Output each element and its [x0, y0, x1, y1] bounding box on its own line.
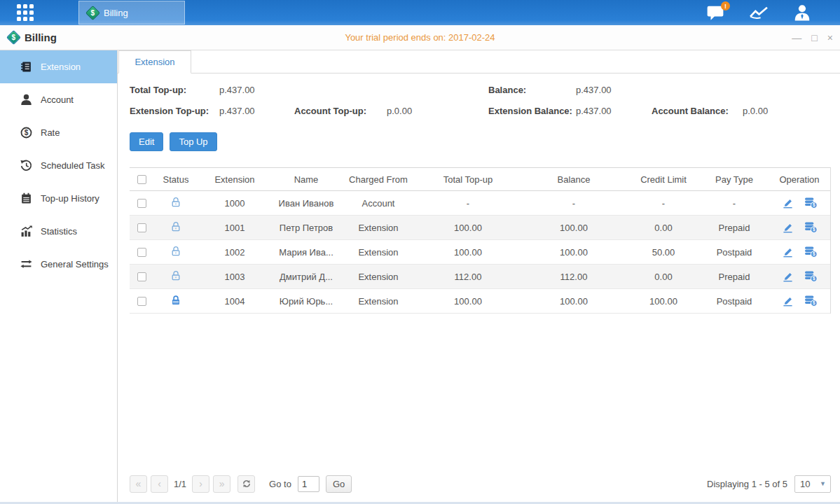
minimize-button[interactable]: — [792, 33, 801, 43]
row-checkbox[interactable] [137, 199, 146, 208]
last-page-button[interactable]: » [213, 475, 230, 493]
sidebar-item-label: Account [41, 94, 74, 105]
cell-credit-limit: 0.00 [627, 272, 700, 282]
edit-row-icon[interactable] [782, 247, 794, 258]
table-row[interactable]: 1001 Петр Петров Extension 100.00 100.00… [130, 216, 830, 240]
lock-open-icon [170, 197, 181, 208]
topup-row-icon[interactable]: $ [804, 271, 818, 282]
cell-name: Иван Иванов [271, 198, 341, 209]
cell-pay-type: - [700, 198, 769, 209]
cell-pay-type: Prepaid [700, 272, 769, 282]
row-checkbox[interactable] [137, 272, 146, 281]
lock-open-icon [170, 221, 181, 232]
sidebar-item-extension[interactable]: Extension [0, 50, 117, 83]
select-all-checkbox[interactable] [137, 175, 146, 184]
sidebar-item-rate[interactable]: $ Rate [0, 116, 117, 149]
cell-pay-type: Prepaid [700, 223, 769, 233]
row-checkbox[interactable] [137, 297, 146, 306]
table-row[interactable]: 1000 Иван Иванов Account - - - - $ [130, 191, 830, 216]
sidebar-item-label: Scheduled Task [41, 160, 105, 171]
row-checkbox[interactable] [137, 248, 146, 257]
page-size-select[interactable]: 10 ▼ [794, 475, 831, 493]
statistics-chart-icon [20, 225, 32, 237]
cell-credit-limit: 100.00 [627, 296, 700, 307]
cell-total-topup: 100.00 [415, 223, 521, 233]
notification-badge: ! [721, 1, 730, 10]
trial-notice: Your trial period ends on: 2017-02-24 [0, 32, 840, 43]
table-row[interactable]: 1002 Мария Ива... Extension 100.00 100.0… [130, 240, 830, 265]
col-name: Name [271, 174, 341, 185]
close-button[interactable]: × [827, 33, 833, 43]
sidebar: Extension Account $ Rate [0, 50, 118, 502]
notepad-icon [20, 192, 32, 204]
main-content: Extension Total Top-up: p.437.00 Balance… [118, 50, 840, 502]
sidebar-item-account[interactable]: Account [0, 83, 117, 116]
app-tab-billing[interactable]: $ Billing [78, 1, 185, 24]
col-balance: Balance [521, 174, 627, 185]
account-balance-label: Account Balance: [652, 106, 743, 116]
sidebar-item-statistics[interactable]: Statistics [0, 215, 117, 248]
cell-total-topup: 100.00 [415, 247, 521, 258]
chevron-down-icon: ▼ [820, 480, 830, 487]
refresh-button[interactable] [237, 475, 255, 493]
line-chart-icon [749, 5, 769, 21]
page-size-value: 10 [795, 479, 820, 489]
svg-text:$: $ [25, 129, 29, 136]
goto-page-input[interactable] [298, 476, 319, 492]
account-topup-value: p.0.00 [387, 106, 412, 116]
edit-row-icon[interactable] [782, 296, 794, 307]
first-page-button[interactable]: « [130, 475, 147, 493]
pagination-bar: « ‹ 1/1 › » Go to Go Displaying 1 [118, 470, 840, 502]
col-total-topup: Total Top-up [415, 174, 521, 185]
sidebar-item-general-settings[interactable]: General Settings [0, 248, 117, 281]
maximize-button[interactable]: □ [811, 33, 817, 43]
edit-button[interactable]: Edit [130, 132, 163, 151]
total-topup-label: Total Top-up: [130, 85, 219, 95]
row-checkbox[interactable] [137, 223, 146, 232]
cell-name: Петр Петров [271, 223, 341, 233]
col-operation: Operation [769, 174, 830, 185]
cell-balance: 100.00 [521, 247, 627, 258]
col-extension: Extension [198, 174, 271, 185]
topup-row-icon[interactable]: $ [804, 222, 818, 233]
cell-extension: 1000 [198, 198, 271, 209]
refresh-icon [242, 479, 252, 489]
action-buttons: Edit Top Up [118, 127, 840, 151]
total-topup-value: p.437.00 [219, 85, 255, 95]
edit-row-icon[interactable] [782, 272, 794, 282]
resource-monitor-button[interactable] [749, 4, 769, 22]
edit-row-icon[interactable] [782, 198, 794, 209]
cell-extension: 1001 [198, 223, 271, 233]
col-status: Status [153, 174, 198, 185]
topbar: $ Billing ! [0, 0, 840, 25]
table-row[interactable]: 1004 Юрий Юрь... Extension 100.00 100.00… [130, 289, 830, 314]
extension-table: Status Extension Name Charged From Total… [130, 167, 831, 314]
svg-text:$: $ [813, 227, 815, 232]
cell-charged-from: Extension [341, 223, 415, 233]
topup-row-icon[interactable]: $ [804, 246, 818, 258]
user-account-button[interactable] [792, 4, 812, 22]
sidebar-item-topup-history[interactable]: Top-up History [0, 182, 117, 215]
extension-balance-label: Extension Balance: [488, 106, 576, 116]
balance-label: Balance: [488, 85, 576, 95]
prev-page-button[interactable]: ‹ [151, 475, 168, 493]
topup-row-icon[interactable]: $ [804, 295, 818, 307]
topup-row-icon[interactable]: $ [804, 197, 818, 209]
cell-total-topup: - [415, 198, 521, 209]
window-header: Your trial period ends on: 2017-02-24 $ … [0, 25, 840, 50]
cell-charged-from: Account [341, 198, 415, 209]
topup-button[interactable]: Top Up [170, 132, 216, 151]
cell-balance: 100.00 [521, 223, 627, 233]
person-icon [20, 94, 32, 106]
cell-credit-limit: 0.00 [627, 223, 700, 233]
go-button[interactable]: Go [326, 475, 352, 493]
next-page-button[interactable]: › [192, 475, 209, 493]
svg-text:$: $ [813, 251, 815, 257]
sidebar-item-scheduled-task[interactable]: Scheduled Task [0, 149, 117, 182]
tab-extension[interactable]: Extension [118, 50, 191, 74]
table-row[interactable]: 1003 Дмитрий Д... Extension 112.00 112.0… [130, 265, 830, 289]
cell-extension: 1003 [198, 272, 271, 282]
apps-grid-button[interactable] [0, 0, 50, 25]
notifications-button[interactable]: ! [705, 4, 725, 22]
edit-row-icon[interactable] [782, 223, 794, 233]
